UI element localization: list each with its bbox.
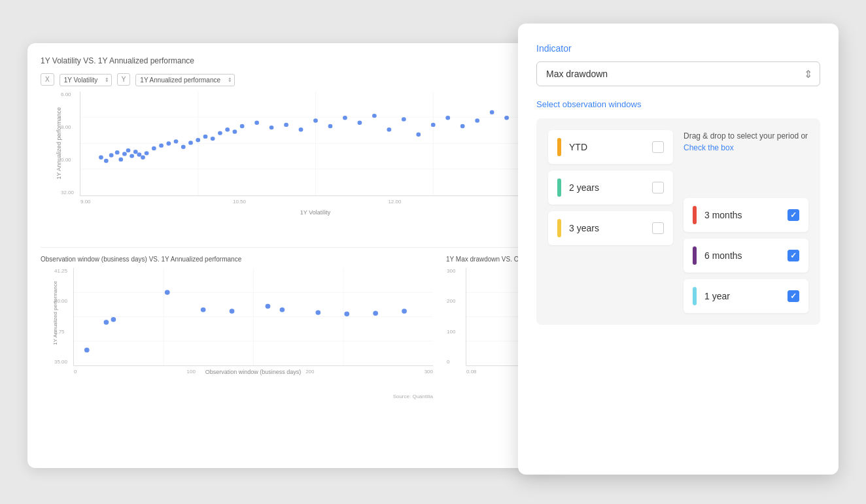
ytd-checkbox[interactable] xyxy=(652,141,664,153)
svg-point-36 xyxy=(328,124,333,127)
windows-left-column: YTD 2 years 3 years xyxy=(548,130,673,313)
svg-point-34 xyxy=(299,127,303,131)
svg-point-62 xyxy=(201,307,206,312)
svg-point-63 xyxy=(230,309,235,313)
2years-label: 2 years xyxy=(569,182,644,193)
svg-point-58 xyxy=(84,347,90,352)
svg-point-27 xyxy=(218,131,222,135)
svg-point-64 xyxy=(266,303,271,308)
svg-point-66 xyxy=(315,310,320,314)
x-axis-indicator: X xyxy=(41,73,54,86)
window-item-3years[interactable]: 3 years xyxy=(548,211,673,245)
svg-point-7 xyxy=(104,158,109,162)
svg-point-35 xyxy=(313,118,318,122)
bottom-chart-left-title: Observation window (business days) VS. 1… xyxy=(41,256,433,263)
window-item-6months[interactable]: 6 months xyxy=(684,239,808,273)
chart-panel-title: 1Y Volatility VS. 1Y Annualized performa… xyxy=(41,56,551,65)
window-item-ytd[interactable]: YTD xyxy=(548,130,673,164)
6months-color-bar xyxy=(693,246,697,265)
svg-point-24 xyxy=(196,138,200,142)
y-axis-select[interactable]: 1Y Annualized performance xyxy=(135,74,235,86)
svg-point-46 xyxy=(475,118,479,122)
svg-point-9 xyxy=(115,150,120,154)
check-box-link[interactable]: Check the box xyxy=(684,143,734,152)
bottom-chart-left: Observation window (business days) VS. 1… xyxy=(41,256,433,399)
svg-point-61 xyxy=(165,290,170,294)
right-items: 3 months 6 months 1 year xyxy=(684,198,808,313)
svg-point-21 xyxy=(174,139,179,143)
svg-point-19 xyxy=(159,143,164,147)
svg-point-18 xyxy=(152,146,156,150)
svg-point-39 xyxy=(372,113,377,117)
window-item-1year[interactable]: 1 year xyxy=(684,279,808,313)
indicator-panel: Indicator Max drawdown ⇕ Select observat… xyxy=(518,24,839,475)
svg-point-31 xyxy=(254,120,259,124)
svg-point-65 xyxy=(280,307,285,312)
svg-point-60 xyxy=(111,317,116,322)
svg-point-37 xyxy=(343,116,347,120)
1year-color-bar xyxy=(693,287,697,305)
2years-checkbox[interactable] xyxy=(652,182,664,193)
svg-point-48 xyxy=(504,116,509,120)
svg-point-23 xyxy=(188,141,193,144)
svg-point-26 xyxy=(211,136,215,140)
bottom-left-x-ticks: 0 100 200 300 xyxy=(74,369,433,375)
svg-point-38 xyxy=(358,120,362,124)
svg-point-6 xyxy=(99,155,103,159)
bottom-right-y-ticks: 300 200 100 0 xyxy=(447,268,455,365)
drag-drop-hint: Drag & drop to select your period or Che… xyxy=(684,130,808,154)
window-item-3months[interactable]: 3 months xyxy=(684,198,808,232)
svg-point-29 xyxy=(233,129,237,133)
ytd-label: YTD xyxy=(569,142,644,152)
svg-point-45 xyxy=(460,124,465,127)
svg-point-42 xyxy=(416,132,421,136)
scatter-x-label: 1Y Volatility xyxy=(80,209,551,216)
3months-color-bar xyxy=(693,206,697,224)
1year-checkbox[interactable] xyxy=(788,290,799,302)
svg-point-69 xyxy=(402,309,407,313)
ytd-color-bar xyxy=(557,138,561,156)
2years-color-bar xyxy=(557,178,561,197)
3years-label: 3 years xyxy=(569,223,644,233)
svg-point-17 xyxy=(145,151,149,155)
3years-checkbox[interactable] xyxy=(652,222,664,234)
svg-point-30 xyxy=(240,124,245,127)
x-ticks: 9.00 10.50 12.00 13. xyxy=(80,199,551,205)
svg-point-44 xyxy=(445,116,450,120)
svg-point-28 xyxy=(225,127,230,131)
source-text: Source: Quantilia xyxy=(41,394,433,399)
windows-right-column: Drag & drop to select your period or Che… xyxy=(684,130,808,313)
bottom-left-scatter: 41.25 40.00 8.75 35.00 0 100 200 300 xyxy=(73,268,433,366)
6months-checkbox[interactable] xyxy=(788,250,799,261)
windows-container: YTD 2 years 3 years Drag & drop to sele xyxy=(536,118,820,325)
svg-point-32 xyxy=(269,125,274,129)
y-axis-indicator: Y xyxy=(117,73,131,86)
svg-point-22 xyxy=(181,144,186,148)
svg-point-13 xyxy=(130,154,134,158)
3months-checkbox[interactable] xyxy=(788,209,799,221)
svg-point-20 xyxy=(166,141,171,145)
3years-color-bar xyxy=(557,219,561,237)
indicator-select-wrapper[interactable]: Max drawdown ⇕ xyxy=(536,61,820,86)
x-axis-select[interactable]: 1Y Volatility xyxy=(60,74,112,86)
chart-controls: X 1Y Volatility Y 1Y Annualized performa… xyxy=(41,73,551,86)
y-ticks: 6.00 8.00 0.00 32.00 xyxy=(61,92,74,195)
svg-point-25 xyxy=(203,134,208,138)
svg-point-11 xyxy=(122,152,127,156)
svg-point-68 xyxy=(373,311,378,315)
window-item-2years[interactable]: 2 years xyxy=(548,171,673,205)
indicator-select[interactable]: Max drawdown xyxy=(536,61,820,86)
bottom-left-y-ticks: 41.25 40.00 8.75 35.00 xyxy=(54,268,67,365)
svg-point-67 xyxy=(344,311,349,316)
svg-point-12 xyxy=(126,148,131,152)
obs-windows-label: Select observation windows xyxy=(536,99,820,109)
x-dropdown-wrapper[interactable]: 1Y Volatility xyxy=(60,73,112,86)
svg-point-33 xyxy=(284,122,288,126)
3months-label: 3 months xyxy=(704,210,780,220)
svg-point-47 xyxy=(490,110,494,114)
y-dropdown-wrapper[interactable]: 1Y Annualized performance xyxy=(135,73,235,86)
svg-point-16 xyxy=(141,155,145,159)
svg-point-40 xyxy=(387,127,391,131)
main-scatter-chart: 6.00 8.00 0.00 32.00 9.00 10.50 12.00 13… xyxy=(80,92,551,196)
svg-point-14 xyxy=(133,150,138,154)
